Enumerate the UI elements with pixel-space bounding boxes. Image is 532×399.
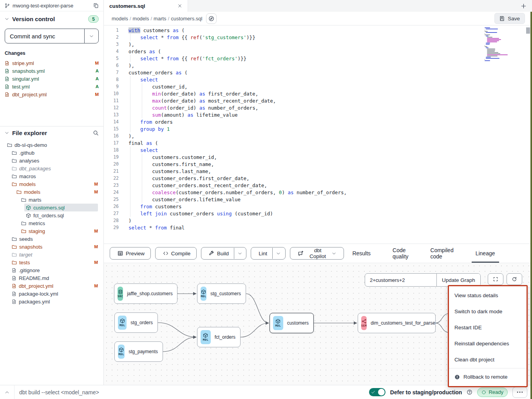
code-text: customers.first_name, — [119, 161, 214, 167]
compile-button[interactable]: Compile — [155, 247, 197, 260]
tree-item-main: fct_orders.sql — [24, 211, 98, 219]
lineage-selector-input[interactable]: 2+customers+2 — [365, 274, 436, 286]
help-icon[interactable] — [467, 389, 472, 395]
breadcrumb-separator: / — [149, 16, 154, 22]
tree-item[interactable]: packages.yml — [5, 298, 99, 305]
change-item[interactable]: stripe.ymlM — [5, 59, 99, 67]
file-explorer-header[interactable]: File explorer — [5, 130, 99, 136]
tree-item-label: dbt_project.yml — [19, 283, 53, 289]
menu-item-rollback-to-remote[interactable]: Rollback to remote — [449, 369, 527, 385]
tree-item[interactable]: modelsM — [5, 180, 99, 188]
node-label: dim_customers_test_for_parse — [371, 320, 440, 326]
tab-customers-sql[interactable]: customers.sql — [104, 0, 188, 12]
minimap-line — [485, 31, 488, 32]
menu-item-restart-ide[interactable]: Restart IDE — [449, 320, 527, 336]
minimap-line — [486, 57, 491, 58]
copy-icon[interactable] — [93, 3, 99, 8]
tree-item[interactable]: stagingM — [5, 227, 99, 235]
breadcrumb-segment[interactable]: models — [112, 16, 128, 22]
lineage-node-jaffle[interactable]: SRCjaffle_shop.customers — [114, 283, 177, 304]
commit-and-sync-button[interactable]: Commit and sync — [5, 29, 99, 43]
open-in-explorer-button[interactable] — [206, 13, 217, 24]
tree-item-main: models — [15, 188, 92, 196]
preview-button[interactable]: Preview — [110, 247, 151, 260]
line-number: 15 — [104, 126, 119, 132]
tree-item[interactable]: customers.sql — [5, 204, 99, 211]
tree-item[interactable]: dbt_packages — [5, 164, 99, 172]
lineage-node-dim[interactable]: SEMdim_customers_test_for_parse — [358, 313, 436, 333]
code-text: coalesce(customer_orders.number_of_order… — [119, 190, 347, 195]
change-item[interactable]: singular.ymlA — [5, 75, 99, 83]
breadcrumb-segment[interactable]: customers.sql — [171, 16, 202, 22]
change-item[interactable]: snapshots.ymlA — [5, 67, 99, 75]
tree-item[interactable]: macros — [5, 172, 99, 180]
menu-item-clean-dbt-project[interactable]: Clean dbt project — [449, 352, 527, 368]
tree-item[interactable]: modelsM — [5, 188, 99, 196]
command-input[interactable]: dbt build --select <model_name> — [14, 389, 369, 395]
collapse-panel-button[interactable] — [0, 385, 14, 399]
tree-item[interactable]: .gitignore — [5, 266, 99, 274]
menu-item-reinstall-dependencies[interactable]: Reinstall dependencies — [449, 336, 527, 352]
fullscreen-button[interactable] — [488, 273, 503, 285]
tab-code-quality[interactable]: Code quality — [389, 244, 412, 263]
split-caret[interactable] — [234, 248, 246, 259]
minimap-line — [487, 37, 492, 38]
branch-name: mwong-test-explorer-parse — [13, 3, 73, 9]
tree-item[interactable]: metrics — [5, 219, 99, 227]
tab-results[interactable]: Results — [348, 244, 375, 263]
indent-guide — [130, 175, 130, 182]
breadcrumb-segment[interactable]: marts — [154, 16, 166, 22]
tree-item[interactable]: README.md — [5, 274, 99, 282]
tree-item[interactable]: target — [5, 251, 99, 258]
tree-item[interactable]: .github — [5, 149, 99, 157]
refresh-graph-button[interactable] — [507, 273, 522, 285]
tree-item-main: seeds — [10, 235, 98, 243]
branch-selector[interactable]: mwong-test-explorer-parse — [0, 0, 103, 11]
close-icon[interactable] — [177, 4, 182, 8]
tree-item[interactable]: dbt_project.ymlM — [5, 282, 99, 290]
menu-item-view-status-details[interactable]: View status details — [449, 287, 527, 303]
build-button[interactable]: Build — [201, 247, 246, 260]
new-tab-button[interactable] — [521, 0, 527, 12]
code-editor[interactable]: 1with customers as (2 select * from {{ r… — [104, 25, 532, 244]
commit-options-caret[interactable] — [84, 29, 98, 43]
code-line: 17final as ( — [104, 139, 532, 146]
breadcrumb-segment[interactable]: models — [133, 16, 149, 22]
dbt-copilot-button[interactable]: dbt Copilot — [290, 247, 344, 260]
lineage-node-customers[interactable]: MDLcustomers — [270, 313, 314, 333]
node-kind-badge: MDL — [201, 287, 206, 301]
lint-button[interactable]: Lint — [251, 247, 285, 260]
tree-item[interactable]: seeds — [5, 235, 99, 243]
tree-item-label: metrics — [29, 220, 45, 226]
editor-scrollbar-thumb[interactable] — [526, 27, 530, 34]
tree-item[interactable]: testsM — [5, 258, 99, 266]
defer-toggle[interactable] — [369, 388, 385, 396]
minimap-line — [485, 59, 485, 60]
update-graph-button[interactable]: Update Graph — [436, 274, 480, 286]
tree-item[interactable]: db-sl-qs-demo — [5, 141, 99, 149]
search-icon[interactable] — [93, 130, 99, 136]
tab-compiled-code[interactable]: Compiled code — [427, 244, 458, 263]
tree-item[interactable]: analyses — [5, 157, 99, 164]
line-number: 5 — [104, 56, 119, 61]
more-options-button[interactable] — [512, 387, 527, 398]
lineage-node-stg_payments[interactable]: MDLstg_payments — [114, 341, 163, 362]
tree-item[interactable]: package-lock.yml — [5, 290, 99, 298]
lineage-node-stg_orders[interactable]: MDLstg_orders — [114, 312, 158, 333]
lineage-node-fct_orders[interactable]: MDLfct_orders — [197, 327, 241, 347]
minimap-line — [487, 52, 499, 53]
change-item[interactable]: test.ymlA — [5, 83, 99, 90]
change-item[interactable]: dbt_project.ymlM — [5, 90, 99, 98]
minimap-line — [485, 30, 485, 31]
menu-item-switch-to-dark-mode[interactable]: Switch to dark mode — [449, 303, 527, 320]
toolbar-button-label: Preview — [126, 251, 145, 256]
editor-tabstrip: customers.sql — [104, 0, 532, 12]
split-caret[interactable] — [272, 248, 284, 259]
version-control-header[interactable]: Version control 5 — [5, 15, 99, 23]
tree-item[interactable]: marts — [5, 196, 99, 204]
tree-item[interactable]: fct_orders.sql — [5, 211, 99, 219]
lineage-node-stg_customers[interactable]: MDLstg_customers — [197, 283, 246, 304]
tree-item[interactable]: snapshotsM — [5, 243, 99, 251]
save-button[interactable]: Save — [494, 13, 525, 24]
tab-lineage[interactable]: Lineage — [472, 244, 499, 263]
